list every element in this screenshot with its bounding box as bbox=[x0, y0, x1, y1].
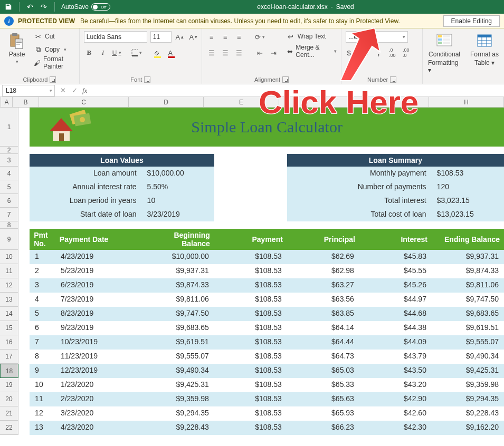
align-left-icon[interactable]: ☰ bbox=[206, 47, 217, 58]
decrease-indent-icon[interactable]: ⇤ bbox=[255, 47, 265, 58]
amort-cell[interactable]: $108.53 bbox=[214, 421, 287, 435]
amort-cell[interactable]: $9,555.07 bbox=[432, 335, 504, 350]
amort-cell[interactable]: $9,425.31 bbox=[142, 378, 214, 392]
paste-button[interactable]: Paste▾ bbox=[4, 31, 30, 66]
amort-cell[interactable]: $108.53 bbox=[214, 350, 287, 364]
decrease-decimal-icon[interactable]: .00.0 bbox=[401, 47, 411, 58]
table-row[interactable]: 112/23/2020$9,359.98$108.53$65.63$42.90$… bbox=[18, 392, 504, 406]
amort-cell[interactable]: $9,555.07 bbox=[142, 350, 214, 364]
amort-cell[interactable]: 7 bbox=[30, 335, 55, 350]
amort-cell[interactable]: 9 bbox=[30, 364, 55, 378]
col-header-A[interactable]: A bbox=[1, 97, 13, 108]
row-header-11[interactable]: 11 bbox=[0, 264, 18, 278]
percent-format-icon[interactable]: % bbox=[359, 47, 370, 58]
row-header-1[interactable]: 1 bbox=[0, 108, 18, 147]
amort-cell[interactable]: $43.20 bbox=[359, 378, 432, 392]
amort-cell[interactable]: $42.60 bbox=[359, 406, 432, 421]
col-header-H[interactable]: H bbox=[429, 97, 504, 108]
amort-cell[interactable]: $108.53 bbox=[214, 378, 287, 392]
amort-cell[interactable]: 5 bbox=[30, 307, 55, 321]
amort-cell[interactable]: $108.53 bbox=[214, 364, 287, 378]
amort-cell[interactable]: 7/23/2019 bbox=[55, 293, 142, 307]
align-center-icon[interactable]: ☰ bbox=[220, 47, 231, 58]
row-header-3[interactable]: 3 bbox=[0, 154, 18, 167]
copy-button[interactable]: ⧉Copy bbox=[34, 44, 75, 55]
col-header-blank[interactable] bbox=[354, 97, 429, 108]
name-box[interactable]: L18 bbox=[2, 85, 55, 96]
enter-icon[interactable]: ✓ bbox=[69, 86, 80, 94]
amort-cell[interactable]: $9,683.65 bbox=[432, 307, 504, 321]
row-header-10[interactable]: 10 bbox=[0, 250, 18, 264]
conditional-formatting-button[interactable]: Conditional Formatting ▾ bbox=[427, 31, 462, 76]
align-bottom-icon[interactable]: ≡ bbox=[234, 32, 244, 42]
dialog-launcher-icon[interactable] bbox=[390, 76, 396, 83]
amort-cell[interactable]: 1 bbox=[30, 250, 55, 264]
dialog-launcher-icon[interactable] bbox=[282, 76, 289, 83]
amort-cell[interactable]: $9,811.06 bbox=[432, 278, 504, 293]
amort-cell[interactable]: $9,490.34 bbox=[432, 350, 504, 364]
amort-cell[interactable]: $66.23 bbox=[287, 421, 359, 435]
row-header-19[interactable]: 19 bbox=[0, 378, 18, 392]
amort-cell[interactable]: 8 bbox=[30, 350, 55, 364]
row-header-16[interactable]: 16 bbox=[0, 335, 18, 350]
amort-cell[interactable]: $9,937.31 bbox=[432, 250, 504, 264]
row-header-13[interactable]: 13 bbox=[0, 293, 18, 307]
font-size-combo[interactable]: 11 bbox=[150, 31, 172, 43]
row-header-15[interactable]: 15 bbox=[0, 321, 18, 335]
amort-cell[interactable]: $108.53 bbox=[214, 307, 287, 321]
amort-cell[interactable]: $42.30 bbox=[359, 421, 432, 435]
table-row[interactable]: 811/23/2019$9,555.07$108.53$64.73$43.79$… bbox=[18, 350, 504, 364]
amort-cell[interactable]: $64.73 bbox=[287, 350, 359, 364]
underline-button[interactable]: U bbox=[111, 47, 122, 58]
bold-button[interactable]: B bbox=[84, 47, 94, 58]
col-header-B[interactable]: B bbox=[13, 97, 39, 108]
row-header-8[interactable]: 8 bbox=[0, 221, 18, 229]
increase-font-icon[interactable]: A▲ bbox=[175, 32, 185, 42]
amort-cell[interactable]: 2/23/2020 bbox=[55, 392, 142, 406]
amort-cell[interactable]: $9,747.50 bbox=[142, 307, 214, 321]
row-header-22[interactable]: 22 bbox=[0, 421, 18, 435]
amort-cell[interactable]: 5/23/2019 bbox=[55, 264, 142, 278]
amort-cell[interactable]: 3 bbox=[30, 278, 55, 293]
amort-cell[interactable]: $9,619.51 bbox=[432, 321, 504, 335]
loan-value-cell[interactable]: 5.50% bbox=[142, 180, 214, 194]
amort-cell[interactable]: $9,359.98 bbox=[142, 392, 214, 406]
row-header-21[interactable]: 21 bbox=[0, 406, 18, 421]
col-header-blank[interactable] bbox=[279, 97, 354, 108]
wrap-text-button[interactable]: ↩Wrap Text bbox=[287, 31, 337, 42]
table-row[interactable]: 123/23/2020$9,294.35$108.53$65.93$42.60$… bbox=[18, 406, 504, 421]
amort-cell[interactable]: $64.14 bbox=[287, 321, 359, 335]
amort-cell[interactable]: $9,874.33 bbox=[142, 278, 214, 293]
amort-cell[interactable]: 6 bbox=[30, 321, 55, 335]
amort-cell[interactable]: $9,228.43 bbox=[142, 421, 214, 435]
amort-cell[interactable]: $9,490.34 bbox=[142, 364, 214, 378]
enable-editing-button[interactable]: Enable Editing bbox=[443, 15, 500, 27]
amort-cell[interactable]: $44.38 bbox=[359, 321, 432, 335]
amort-cell[interactable]: 4/23/2020 bbox=[55, 421, 142, 435]
amort-cell[interactable]: 11 bbox=[30, 392, 55, 406]
row-header-5[interactable]: 5 bbox=[0, 180, 18, 194]
amort-cell[interactable]: $9,683.65 bbox=[142, 321, 214, 335]
font-name-combo[interactable]: Lucida Sans bbox=[84, 31, 147, 43]
amort-cell[interactable]: $45.26 bbox=[359, 278, 432, 293]
amort-cell[interactable]: $44.97 bbox=[359, 293, 432, 307]
amort-cell[interactable]: 3/23/2020 bbox=[55, 406, 142, 421]
redo-icon[interactable]: ↷ bbox=[39, 2, 49, 12]
amort-cell[interactable]: $65.33 bbox=[287, 378, 359, 392]
align-middle-icon[interactable]: ≡ bbox=[220, 32, 231, 42]
amort-cell[interactable]: $65.93 bbox=[287, 406, 359, 421]
amort-cell[interactable]: $108.53 bbox=[214, 278, 287, 293]
amort-cell[interactable]: 2 bbox=[30, 264, 55, 278]
amort-cell[interactable]: $63.56 bbox=[287, 293, 359, 307]
font-color-button[interactable]: A bbox=[165, 47, 176, 58]
row-header-17[interactable]: 17 bbox=[0, 350, 18, 364]
row-header-4[interactable]: 4 bbox=[0, 167, 18, 180]
amort-cell[interactable]: $9,359.98 bbox=[432, 378, 504, 392]
dialog-launcher-icon[interactable] bbox=[144, 76, 150, 83]
table-row[interactable]: 69/23/2019$9,683.65$108.53$64.14$44.38$9… bbox=[18, 321, 504, 335]
amort-cell[interactable]: $108.53 bbox=[214, 392, 287, 406]
amort-cell[interactable]: $63.85 bbox=[287, 307, 359, 321]
amort-cell[interactable]: $44.68 bbox=[359, 307, 432, 321]
amort-cell[interactable]: $65.03 bbox=[287, 364, 359, 378]
table-row[interactable]: 14/23/2019$10,000.00$108.53$62.69$45.83$… bbox=[18, 250, 504, 264]
